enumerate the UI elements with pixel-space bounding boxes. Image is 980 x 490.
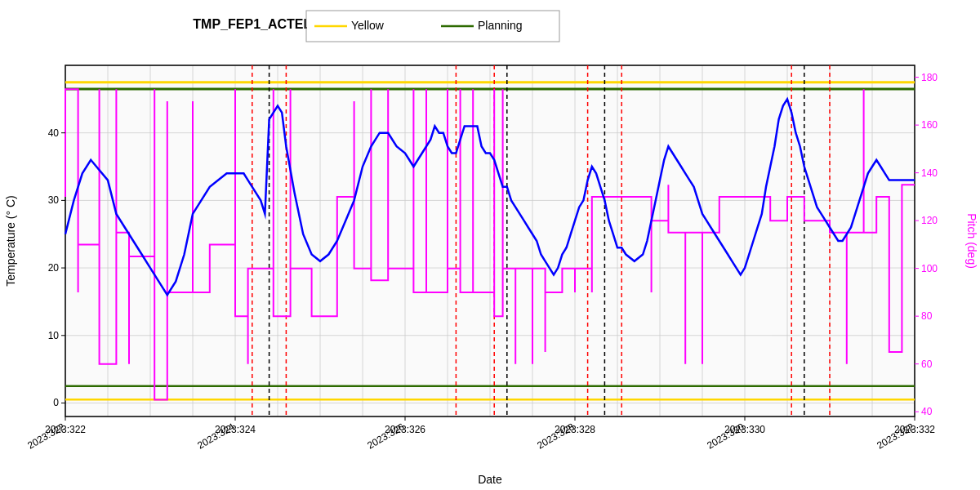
chart-canvas	[0, 0, 980, 490]
chart-container	[0, 0, 980, 490]
